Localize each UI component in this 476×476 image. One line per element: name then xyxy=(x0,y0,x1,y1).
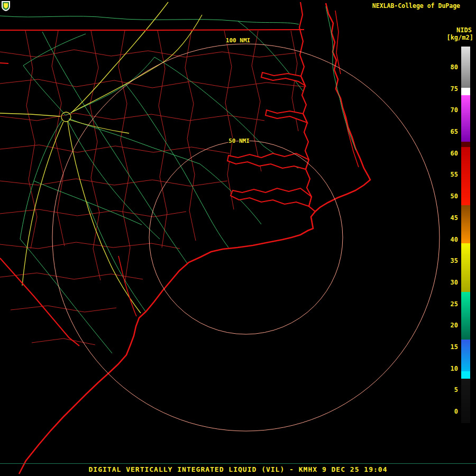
colorbar-tick-label: 75 xyxy=(443,85,458,93)
brand-text: NEXLAB-College of DuPage xyxy=(372,2,460,10)
map-canvas: 100 NMI 50 NMI xyxy=(0,0,476,476)
nc-sc-border xyxy=(0,258,79,346)
footer-divider xyxy=(0,463,476,464)
colorbar-tick-label: 40 xyxy=(443,235,458,244)
colorbar-tick-label: 25 xyxy=(443,300,458,308)
colorbar-tick-label: 30 xyxy=(443,278,458,287)
colorbar-segment xyxy=(461,379,470,423)
colorbar-segment xyxy=(461,205,470,243)
range-ring-label-50nmi: 50 NMI xyxy=(228,138,250,144)
colorbar-segment xyxy=(461,340,470,371)
county-lines-layer xyxy=(0,31,305,345)
range-ring-100nmi xyxy=(52,44,440,431)
colorbar-segment xyxy=(461,142,470,147)
colorbar-segment xyxy=(461,292,470,340)
land-layers xyxy=(0,2,322,353)
roads-layer xyxy=(0,16,322,353)
range-ring-label-100nmi: 100 NMI xyxy=(226,37,250,44)
colorbar-segment xyxy=(461,371,470,379)
colorbar-tick-label: 80 xyxy=(443,63,458,71)
product-title: DIGITAL VERTICALLY INTEGRATED LIQUID (VI… xyxy=(0,465,476,473)
cod-logo-icon xyxy=(0,0,12,12)
colorbar-tick-label: 35 xyxy=(443,257,458,265)
albemarle-estuary-1 xyxy=(261,72,305,86)
colorbar-tick-label: 20 xyxy=(443,321,458,329)
colorbar-title: NIDS xyxy=(456,26,472,34)
pamlico-river xyxy=(227,153,309,169)
colorbar-tick-label: 15 xyxy=(443,343,458,351)
radar-display: 100 NMI 50 NMI NEXLAB-College of DuPage … xyxy=(0,0,476,476)
colorbar-tick-label: 10 xyxy=(443,364,458,373)
interstate-lines-layer xyxy=(0,2,202,313)
colorbar-segment xyxy=(461,147,470,205)
colorbar-segment xyxy=(461,47,470,88)
colorbar-tick-label: 50 xyxy=(443,192,458,200)
neuse-river xyxy=(231,188,312,206)
colorbar-tick-label: 45 xyxy=(443,214,458,222)
colorbar-tick-label: 60 xyxy=(443,149,458,158)
colorbar-tick-label: 0 xyxy=(443,407,458,416)
colorbar-segment xyxy=(461,95,470,142)
colorbar-tick-label: 5 xyxy=(443,386,458,394)
colorbar xyxy=(461,47,470,423)
colorbar-segment xyxy=(461,88,470,95)
sound-water-layer xyxy=(227,2,370,212)
colorbar-tick-label: 65 xyxy=(443,127,458,136)
left-border-segment xyxy=(0,63,8,63)
albemarle-estuary-2 xyxy=(266,110,307,123)
colorbar-tick-label: 70 xyxy=(443,106,458,114)
colorbar-segment xyxy=(461,243,470,292)
colorbar-tick-label: 55 xyxy=(443,170,458,179)
va-nc-border xyxy=(0,30,304,30)
colorbar-units: [kg/m2] xyxy=(446,34,473,41)
